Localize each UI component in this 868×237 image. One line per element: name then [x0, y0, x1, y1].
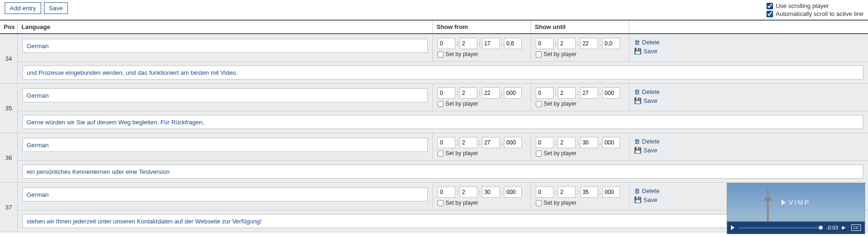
until-minutes[interactable]: [558, 38, 576, 49]
language-field[interactable]: [22, 138, 428, 152]
tower-graphic: [767, 189, 769, 222]
table-row: 35 : : .: [0, 84, 868, 133]
save-link[interactable]: 💾 Save: [634, 147, 863, 154]
until-minutes[interactable]: [558, 87, 576, 99]
disk-icon: 💾: [634, 97, 642, 104]
from-hours[interactable]: [438, 87, 455, 99]
subtitle-text[interactable]: [22, 115, 863, 129]
from-seconds[interactable]: [482, 187, 500, 198]
toolbar-left: Add entry Save: [5, 2, 68, 14]
delete-link[interactable]: 🗑 Delete: [634, 88, 863, 95]
trash-icon: 🗑: [634, 187, 640, 194]
until-set-by-player-checkbox[interactable]: [536, 151, 542, 157]
player-logo: VIMP: [781, 199, 810, 206]
player-preview[interactable]: VIMP: [727, 183, 865, 222]
subtitle-text[interactable]: [22, 165, 863, 179]
from-ms[interactable]: [504, 137, 522, 148]
row-pos: 37: [0, 183, 18, 232]
until-seconds[interactable]: [580, 187, 598, 198]
from-hours[interactable]: [438, 38, 455, 49]
from-hours[interactable]: [438, 187, 455, 198]
until-seconds[interactable]: [580, 137, 598, 148]
disk-icon: 💾: [634, 196, 642, 203]
trash-icon: 🗑: [634, 39, 640, 46]
trash-icon: 🗑: [634, 88, 640, 95]
until-set-by-player[interactable]: Set by player: [536, 150, 624, 157]
until-set-by-player[interactable]: Set by player: [536, 51, 624, 57]
from-set-by-player-checkbox[interactable]: [438, 200, 444, 206]
from-ms[interactable]: [504, 187, 522, 198]
use-scrolling-player-label: Use scrolling player: [776, 2, 829, 9]
disk-icon: 💾: [634, 48, 642, 55]
volume-icon[interactable]: [842, 225, 847, 230]
use-scrolling-player-checkbox[interactable]: [766, 3, 773, 9]
from-seconds[interactable]: [482, 87, 500, 99]
show-until-cell: : : . Set by player: [531, 34, 629, 61]
header-show-from: Show from: [433, 21, 531, 33]
player-logo-text: VIMP: [788, 199, 810, 206]
row-pos: 35: [0, 84, 18, 133]
auto-scroll-label: Automatically scroll to active line: [776, 10, 863, 17]
progress-bar[interactable]: [738, 227, 823, 229]
until-minutes[interactable]: [558, 137, 576, 148]
show-until-cell: : : . Set by player: [531, 133, 629, 160]
from-hours[interactable]: [438, 137, 455, 148]
show-from-cell: : : . Set by player: [433, 133, 531, 160]
add-entry-button[interactable]: Add entry: [5, 2, 41, 14]
from-seconds[interactable]: [482, 137, 500, 148]
show-from-cell: : : . Set by player: [433, 34, 531, 61]
until-hours[interactable]: [536, 187, 554, 198]
until-set-by-player-checkbox[interactable]: [536, 200, 542, 206]
subtitle-text[interactable]: [22, 65, 863, 79]
until-hours[interactable]: [536, 137, 554, 148]
play-button[interactable]: [731, 225, 735, 230]
save-button[interactable]: Save: [44, 2, 68, 14]
save-link[interactable]: 💾 Save: [634, 97, 863, 104]
until-hours[interactable]: [536, 38, 554, 49]
delete-link[interactable]: 🗑 Delete: [634, 138, 863, 145]
until-hours[interactable]: [536, 87, 554, 99]
until-minutes[interactable]: [558, 187, 576, 198]
until-ms[interactable]: [602, 137, 620, 148]
from-seconds[interactable]: [482, 38, 500, 49]
until-set-by-player[interactable]: Set by player: [536, 200, 624, 206]
from-set-by-player-checkbox[interactable]: [438, 51, 444, 57]
auto-scroll-option[interactable]: Automatically scroll to active line: [766, 10, 863, 17]
player-time: -0:03: [826, 225, 838, 230]
until-ms[interactable]: [602, 187, 620, 198]
show-from-cell: : : . Set by player: [433, 183, 531, 210]
from-minutes[interactable]: [460, 137, 477, 148]
from-set-by-player-checkbox[interactable]: [438, 101, 444, 107]
from-set-by-player[interactable]: Set by player: [438, 51, 526, 57]
language-field[interactable]: [22, 187, 428, 201]
from-minutes[interactable]: [460, 87, 477, 99]
player-controls: -0:03 CC: [727, 222, 865, 232]
until-ms[interactable]: [602, 87, 620, 99]
from-set-by-player-checkbox[interactable]: [438, 151, 444, 157]
until-set-by-player-checkbox[interactable]: [536, 101, 542, 107]
from-set-by-player[interactable]: Set by player: [438, 200, 526, 206]
from-ms[interactable]: [504, 38, 522, 49]
until-seconds[interactable]: [580, 87, 598, 99]
use-scrolling-player-option[interactable]: Use scrolling player: [766, 2, 863, 9]
from-set-by-player[interactable]: Set by player: [438, 101, 526, 107]
auto-scroll-checkbox[interactable]: [766, 11, 773, 17]
language-field[interactable]: [22, 39, 428, 53]
show-until-cell: : : . Set by player: [531, 183, 629, 210]
until-ms[interactable]: [602, 38, 620, 49]
save-link[interactable]: 💾 Save: [634, 48, 863, 55]
language-field[interactable]: [22, 88, 428, 102]
delete-link[interactable]: 🗑 Delete: [634, 39, 863, 46]
from-minutes[interactable]: [460, 38, 477, 49]
from-set-by-player[interactable]: Set by player: [438, 150, 526, 157]
cc-button[interactable]: CC: [851, 224, 861, 231]
from-minutes[interactable]: [460, 187, 477, 198]
until-seconds[interactable]: [580, 38, 598, 49]
until-set-by-player[interactable]: Set by player: [536, 101, 624, 107]
toolbar-right: Use scrolling player Automatically scrol…: [766, 2, 863, 17]
toolbar: Add entry Save Use scrolling player Auto…: [0, 0, 868, 20]
header-language: Language: [18, 21, 433, 33]
header-show-until: Show until: [531, 21, 629, 33]
from-ms[interactable]: [504, 87, 522, 99]
until-set-by-player-checkbox[interactable]: [536, 51, 542, 57]
